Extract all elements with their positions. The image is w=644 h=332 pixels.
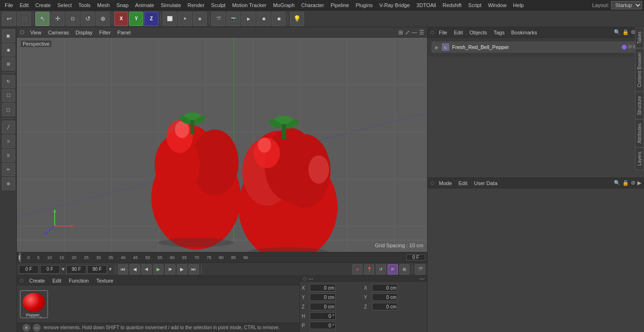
object-row-pepper[interactable]: ▶ L Fresh_Red_Bell_Pepper [431,41,640,53]
toolbar-rotate-tool[interactable]: ↺ [81,12,95,26]
pb-start-frame[interactable] [19,265,39,274]
menu-sculpt[interactable]: Sculpt [208,1,229,9]
pb-current-frame[interactable] [40,265,60,274]
toolbar-object-tool[interactable]: ⬜ [163,12,177,26]
toolbar-edge-tool[interactable]: ◈ [193,12,207,26]
coord-z-input[interactable] [310,303,336,310]
coord-y-input[interactable] [310,293,336,301]
toolbar-move-tool[interactable]: ✛ [50,12,65,26]
sidebar-model[interactable]: ▣ [2,29,15,42]
menu-mesh[interactable]: Mesh [94,1,113,9]
vp-arrows-icon[interactable]: ⤢ [405,29,410,36]
obj-menu-bookmarks[interactable]: Bookmarks [509,29,539,36]
coord-y2-input[interactable] [372,293,398,301]
pb-end-preview[interactable] [66,265,86,274]
coord-z2-input[interactable] [372,303,398,310]
obj-menu-edit[interactable]: Edit [452,29,465,36]
toolbar-x-axis[interactable]: X [114,12,128,26]
pb-next-frame[interactable]: ▶ [177,264,187,275]
attr-lock-icon[interactable]: 🔒 [622,180,629,186]
menu-3dtoall[interactable]: 3DTOAll [413,1,438,9]
vtab-structure[interactable]: Structure [635,92,644,120]
vtab-layers[interactable]: Layers [635,147,644,170]
vp-menu-filter[interactable]: Filter [96,29,113,36]
coord-x2-input[interactable] [372,284,398,292]
coord-x-input[interactable] [310,284,336,292]
menu-animate[interactable]: Animate [132,1,157,9]
pb-record-scale[interactable]: P [388,264,398,275]
menu-redshift[interactable]: Redshift [440,1,464,9]
menu-script[interactable]: Script [465,1,484,9]
sidebar-paint[interactable]: ✏ [2,163,15,176]
sidebar-line[interactable]: ╱ [2,121,15,134]
win-btn-close[interactable]: ✕ [23,324,30,332]
pb-motion-record[interactable]: 🎬 [415,264,425,275]
sidebar-rotate[interactable]: ↻ [2,75,15,88]
pb-next-key[interactable]: |▶ [165,264,175,275]
obj-menu-file[interactable]: File [437,29,449,36]
menu-tools[interactable]: Tools [75,1,93,9]
material-swatch[interactable]: Pepper_ [20,290,48,318]
pb-prev-key[interactable]: ◀| [141,264,152,275]
sidebar-grid[interactable]: ⊞ [2,57,15,71]
vtab-content[interactable]: Content Browser [635,48,644,91]
sidebar-box2[interactable]: ▢ [2,103,15,116]
menu-help[interactable]: Help [510,1,527,9]
toolbar-point-tool[interactable]: ✦ [178,12,192,26]
toolbar-select-tool[interactable]: ↖ [35,12,50,26]
vtab-takes[interactable]: Takes [635,27,644,48]
toolbar-transform-tool[interactable]: ⊕ [96,12,110,26]
sidebar-magnet[interactable]: S [2,149,15,162]
obj-menu-tags[interactable]: Tags [492,29,506,36]
toolbar-undo[interactable]: ↩ [2,12,16,26]
vp-expand-icon[interactable]: ⊞ [398,29,403,36]
pb-goto-end[interactable]: ⏭ [189,264,199,275]
pb-play[interactable]: ▶ [153,264,164,275]
toolbar-redo[interactable]: ⬚ [17,12,31,26]
win-btn-min[interactable]: — [33,324,41,332]
toolbar-render-view[interactable]: 🎬 [211,12,225,26]
pb-prev-frame[interactable]: ◀ [130,264,140,275]
menu-simulate[interactable]: Simulate [158,1,184,9]
mat-function[interactable]: Function [67,277,91,284]
coord-h-input[interactable] [310,312,336,320]
coord-p-input[interactable] [310,322,336,329]
attr-menu-edit[interactable]: Edit [457,179,470,187]
sidebar-smooth[interactable]: ◉ [2,43,15,57]
vp-minimize-icon[interactable]: — [412,29,417,36]
sidebar-box[interactable]: ☐ [2,89,15,102]
menu-vray[interactable]: V-Ray Bridge [377,1,413,9]
toolbar-render[interactable]: ▶ [241,12,256,26]
vp-menu-display[interactable]: Display [73,29,95,36]
toolbar-light[interactable]: 💡 [290,12,304,26]
obj-search-icon[interactable]: 🔍 [614,29,620,35]
layout-dropdown[interactable]: Startup [611,1,642,9]
menu-render[interactable]: Render [185,1,207,9]
vp-menu-cameras[interactable]: Cameras [45,29,72,36]
toolbar-scale-tool[interactable]: ⊡ [66,12,80,26]
viewport[interactable]: Perspective Grid Spacing : 10 cm [17,38,427,252]
toolbar-ir[interactable]: 📷 [226,12,240,26]
toolbar-y-axis[interactable]: Y [129,12,143,26]
menu-pipeline[interactable]: Pipeline [328,1,352,9]
menu-edit[interactable]: Edit [17,1,32,9]
vp-menu-view[interactable]: View [27,29,44,36]
current-frame-input[interactable] [406,254,425,260]
vp-settings-icon[interactable]: ☰ [419,29,424,36]
menu-file[interactable]: File [2,1,16,9]
timeline-ruler[interactable]: 0 5 10 15 20 25 30 35 40 45 50 55 60 65 … [24,252,406,262]
attr-arrow-icon[interactable]: ▶ [637,180,641,186]
attr-menu-mode[interactable]: Mode [437,179,454,187]
sidebar-lasso[interactable]: ⊃ [2,135,15,148]
mat-edit[interactable]: Edit [50,277,63,284]
pb-record-rot[interactable]: ↺ [376,264,386,275]
toolbar-z-axis[interactable]: Z [144,12,158,26]
obj-menu-objects[interactable]: Objects [468,29,489,36]
obj-lock-icon[interactable]: 🔒 [622,29,629,35]
menu-character[interactable]: Character [298,1,327,9]
toolbar-team-render[interactable]: ⏺ [256,12,271,26]
sidebar-sculpt[interactable]: ⊗ [2,177,15,190]
vtab-attributes[interactable]: Attributes [635,119,644,147]
mat-texture[interactable]: Texture [94,277,115,284]
attr-gear-icon[interactable]: ⚙ [631,180,636,186]
